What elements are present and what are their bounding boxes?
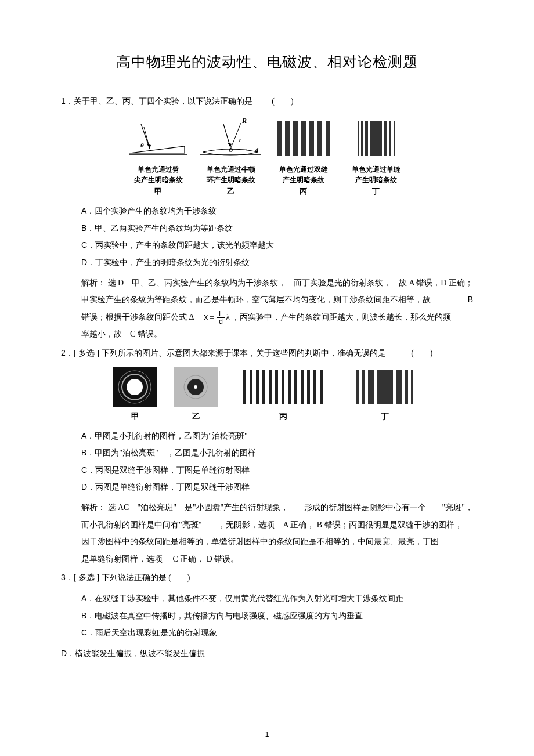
question-1: 1．关于甲、乙、丙、丁四个实验，以下说法正确的是 ( ) θ 单色光通过劈 尖产… [61, 95, 473, 343]
fraction-l-d: ld [217, 310, 225, 325]
q2-exp-l1a: 解析： 选 AC "泊松亮斑" 是"小圆盘"产生的衍射现象， [81, 499, 288, 516]
q2-fig-bing: 丙 [234, 366, 333, 422]
q2-explanation: 解析： 选 AC "泊松亮斑" 是"小圆盘"产生的衍射现象， 形成的衍射图样是阴… [81, 499, 473, 567]
svg-text:d: d [255, 147, 259, 153]
q1-fig-jia-label: 甲 [154, 186, 162, 197]
svg-text:r: r [239, 136, 241, 143]
q2-opt-d-text: 丙图是单缝衍射图样，丁图是双缝干涉图样 [95, 483, 250, 491]
q2-opt-a-text: 甲图是小孔衍射的图样，乙图为"泊松亮斑" [95, 432, 247, 440]
q1-exp-l4: 率越小，故 C 错误。 [81, 325, 473, 342]
q1-fig-yi: R r d O 单色光通过牛顿 环产生明暗条纹 乙 [197, 114, 264, 197]
q1-opt-c-text: 丙实验中，产生的条纹间距越大，该光的频率越大 [95, 241, 274, 249]
q2-fig-jia: 甲 [112, 366, 158, 422]
q3-opt-a: A．在双缝干涉实验中，其他条件不变，仅用黄光代替红光作为入射光可增大干涉条纹间距 [81, 590, 473, 607]
q3-stem: 3．[ 多选 ] 下列说法正确的是 ( ) [61, 571, 473, 584]
svg-text:θ: θ [140, 142, 144, 149]
q1-exp-l3a: 错误；根据干涉条纹间距公式 Δ [81, 313, 194, 321]
q2-exp-l2: 而小孔衍射的图样是中间有"亮斑" ，无阴影，选项 A 正确， B 错误；丙图很明… [81, 516, 473, 533]
interference-pattern-image [234, 366, 333, 409]
q2-fig-yi: 乙 [173, 366, 219, 422]
q1-fig-bing-caption: 单色光通过双缝 产生明暗条纹 [279, 164, 328, 185]
q2-opt-b-text: 甲图为"泊松亮斑" ，乙图是小孔衍射的图样 [95, 448, 255, 457]
svg-line-4 [144, 127, 150, 149]
q1-stem-text: 关于甲、乙、丙、丁四个实验，以下说法正确的是 [74, 97, 252, 106]
q3-stem-text: 下列说法正确的是 ( ) [99, 573, 190, 582]
q2-opt-c-text: 丙图是双缝干涉图样，丁图是单缝衍射图样 [95, 466, 250, 475]
q3-opt-c-text: 雨后天空出现彩虹是光的衍射现象 [95, 628, 217, 637]
q1-fig-bing: 单色光通过双缝 产生明暗条纹 丙 [270, 114, 337, 197]
q1-exp-l3c: λ ，丙实验中，产生的条纹间距越大，则波长越长，那么光的频 [226, 313, 451, 321]
q2-exp-l1c: "亮斑"， [442, 499, 473, 516]
svg-marker-0 [129, 146, 185, 153]
question-2: 2．[ 多选 ] 下列所示的图片、示意图大都来源于课本，关于这些图的判断中，准确… [61, 346, 473, 568]
q1-opt-b: B．甲、乙两实验产生的条纹均为等距条纹 [81, 220, 473, 237]
q1-exp-l3b: x＝ [204, 312, 216, 321]
q3-opt-a-text: 在双缝干涉实验中，其他条件不变，仅用黄光代替红光作为入射光可增大干涉条纹间距 [95, 594, 403, 603]
q1-fig-jia: θ 单色光通过劈 尖产生明暗条纹 甲 [125, 114, 192, 197]
q1-fig-bing-label: 丙 [300, 186, 307, 197]
q2-fig-yi-label: 乙 [192, 411, 200, 422]
q3-opt-b-text: 电磁波在真空中传播时，其传播方向与电场强度、磁感应强度的方向均垂直 [95, 612, 363, 620]
page-title: 高中物理光的波动性、电磁波、相对论检测题 [61, 52, 473, 71]
q3-opt-c: C．雨后天空出现彩虹是光的衍射现象 [81, 624, 473, 641]
diffraction-pattern-image [347, 366, 423, 409]
q1-exp-l1c: 故 A 错误，D 正确； [399, 274, 473, 291]
q2-number: 2． [61, 348, 74, 357]
q2-fig-jia-label: 甲 [131, 411, 139, 422]
q2-stem-text: 下列所示的图片、示意图大都来源于课本，关于这些图的判断中，准确无误的是 [99, 349, 386, 357]
q3-opt-b: B．电磁波在真空中传播时，其传播方向与电场强度、磁感应强度的方向均垂直 [81, 607, 473, 624]
q1-number: 1． [61, 96, 74, 106]
q2-stem: 2．[ 多选 ] 下列所示的图片、示意图大都来源于课本，关于这些图的判断中，准确… [61, 346, 473, 360]
q1-answer-blank: ( ) [272, 95, 293, 108]
q1-fig-ding: 单色光通过单缝 产生明暗条纹 丁 [342, 114, 409, 197]
q1-stem: 1．关于甲、乙、丙、丁四个实验，以下说法正确的是 ( ) [61, 95, 473, 108]
page-number: 1 [0, 730, 534, 739]
q2-fig-ding: 丁 [347, 366, 423, 422]
poisson-spot-image [173, 366, 219, 409]
svg-point-18 [127, 379, 143, 395]
q2-opt-d: D．丙图是单缝衍射图样，丁图是双缝干涉图样 [81, 479, 473, 495]
q2-exp-l1b: 形成的衍射图样是阴影中心有一个 [304, 499, 426, 516]
single-slit-pattern [342, 114, 409, 163]
q2-fig-ding-label: 丁 [381, 411, 389, 422]
q2-options: A．甲图是小孔衍射的图样，乙图为"泊松亮斑" B．甲图为"泊松亮斑" ，乙图是小… [81, 428, 473, 496]
q3-options: A．在双缝干涉实验中，其他条件不变，仅用黄光代替红光作为入射光可增大干涉条纹间距… [81, 590, 473, 641]
q2-exp-l4: 是单缝衍射图样，选项 C 正确， D 错误。 [81, 551, 473, 567]
q1-opt-d: D．丁实验中，产生的明暗条纹为光的衍射条纹 [81, 254, 473, 271]
q2-opt-a: A．甲图是小孔衍射的图样，乙图为"泊松亮斑" [81, 428, 473, 444]
pinhole-diffraction-image [112, 366, 158, 409]
q2-exp-l3: 因干涉图样中的条纹间距是相等的，单缝衍射图样中的条纹间距是不相等的，中间最宽、最… [81, 533, 473, 550]
q1-fig-jia-caption: 单色光通过劈 尖产生明暗条纹 [134, 164, 183, 185]
q3-tag: [ 多选 ] [74, 573, 99, 582]
q3-opt-d: D．横波能发生偏振，纵波不能发生偏振 [61, 645, 473, 662]
svg-text:O: O [229, 147, 233, 153]
q2-answer-blank: ( ) [411, 347, 432, 360]
q2-opt-c: C．丙图是双缝干涉图样，丁图是单缝衍射图样 [81, 462, 473, 479]
q3-opt-d-text: 横波能发生偏振，纵波不能发生偏振 [75, 649, 205, 658]
q1-options: A．四个实验产生的条纹均为干涉条纹 B．甲、乙两实验产生的条纹均为等距条纹 C．… [81, 202, 473, 271]
q1-explanation: 解析： 选 D 甲、乙、丙实验产生的条纹均为干涉条纹， 而丁实验是光的衍射条纹，… [81, 274, 473, 343]
newton-ring-diagram: R r d O [197, 114, 264, 163]
q1-opt-a-text: 四个实验产生的条纹均为干涉条纹 [95, 207, 217, 215]
q1-opt-a: A．四个实验产生的条纹均为干涉条纹 [81, 202, 473, 219]
q1-figures: θ 单色光通过劈 尖产生明暗条纹 甲 R r d O [61, 114, 473, 197]
q1-exp-l1b: 而丁实验是光的衍射条纹， [294, 274, 391, 291]
q1-exp-l2-tail: B [468, 291, 473, 308]
q1-exp-l2: 甲实验产生的条纹为等距条纹，而乙是牛顿环，空气薄层不均匀变化，则干涉条纹间距不相… [81, 291, 431, 308]
q1-fig-yi-label: 乙 [227, 186, 234, 197]
q1-opt-b-text: 甲、乙两实验产生的条纹均为等距条纹 [95, 224, 233, 233]
double-slit-pattern [270, 114, 337, 163]
question-3: 3．[ 多选 ] 下列说法正确的是 ( ) A．在双缝干涉实验中，其他条件不变，… [61, 571, 473, 662]
q1-opt-d-text: 丁实验中，产生的明暗条纹为光的衍射条纹 [95, 258, 250, 267]
q2-fig-bing-label: 丙 [279, 411, 287, 422]
q1-exp-l1a: 解析： 选 D 甲、乙、丙实验产生的条纹均为干涉条纹， [81, 274, 286, 291]
q1-opt-c: C．丙实验中，产生的条纹间距越大，该光的频率越大 [81, 237, 473, 254]
q1-fig-ding-label: 丁 [372, 186, 380, 197]
q2-figures: 甲 乙 丙 [61, 366, 473, 422]
q3-number: 3． [61, 573, 74, 582]
svg-text:R: R [241, 118, 247, 125]
q2-tag: [ 多选 ] [74, 349, 99, 357]
wedge-diagram: θ [125, 114, 192, 163]
svg-point-21 [194, 385, 197, 389]
q2-opt-b: B．甲图为"泊松亮斑" ，乙图是小孔衍射的图样 [81, 444, 473, 461]
